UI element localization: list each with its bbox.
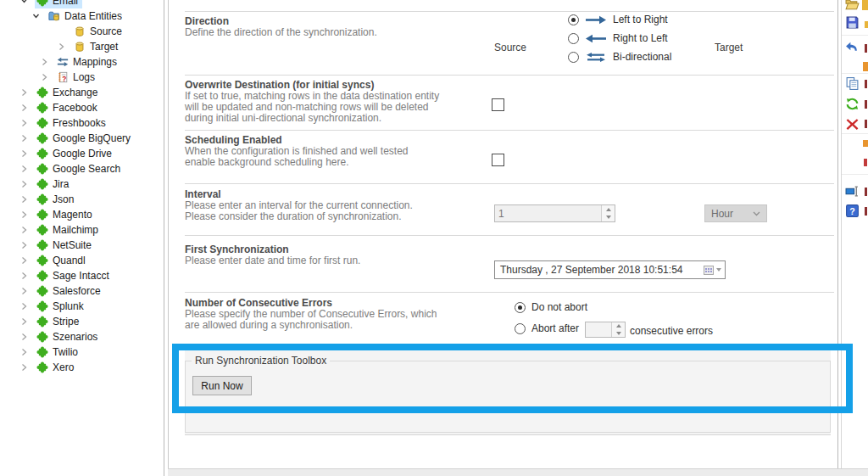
panel-splitter[interactable] xyxy=(168,0,169,476)
tree-item-google-drive[interactable]: Google Drive xyxy=(0,146,164,161)
calendar-dropdown-button[interactable] xyxy=(704,266,725,275)
chevron-collapsed-icon[interactable] xyxy=(20,241,28,249)
tree-item-mappings[interactable]: Mappings xyxy=(0,54,164,70)
chevron-collapsed-icon[interactable] xyxy=(58,42,65,51)
tree-item-label: Email xyxy=(53,0,78,7)
arrow-both-icon xyxy=(585,53,607,62)
spin-up-icon[interactable] xyxy=(616,324,621,328)
interval-spinner-buttons[interactable] xyxy=(601,205,615,221)
tree-item-label: Google BigQuery xyxy=(53,132,131,144)
chevron-collapsed-icon[interactable] xyxy=(20,180,28,188)
chevron-collapsed-icon[interactable] xyxy=(20,88,28,97)
tree-item-label: Jira xyxy=(53,178,69,190)
help-icon[interactable]: ? xyxy=(845,204,860,218)
chevron-collapsed-icon[interactable] xyxy=(20,256,28,265)
chevron-collapsed-icon[interactable] xyxy=(20,195,28,204)
rename-icon[interactable] xyxy=(845,184,860,199)
tree-item-quandl[interactable]: Quandl xyxy=(0,253,164,268)
tree-item-szenarios[interactable]: Szenarios xyxy=(0,329,164,344)
tree-item-google-search[interactable]: Google Search xyxy=(0,161,164,176)
chevron-collapsed-icon[interactable] xyxy=(20,165,28,173)
abort-count-spinner-buttons[interactable] xyxy=(611,322,625,337)
cut-off-label-fragment xyxy=(864,159,867,166)
chevron-collapsed-icon[interactable] xyxy=(20,333,28,341)
section-divider xyxy=(185,292,834,293)
abort-count-input[interactable] xyxy=(585,322,626,338)
interval-unit-dropdown[interactable]: Hour xyxy=(704,204,767,222)
chevron-collapsed-icon[interactable] xyxy=(20,210,28,219)
chevron-collapsed-icon[interactable] xyxy=(41,73,48,81)
tree-item-source[interactable]: Source xyxy=(0,24,164,39)
tree-item-exchange[interactable]: Exchange xyxy=(0,85,164,100)
refresh-icon[interactable] xyxy=(845,97,860,111)
horizontal-scrollbar[interactable] xyxy=(168,468,868,476)
errors-option-abort-after[interactable]: Abort after xyxy=(515,322,587,334)
chevron-collapsed-icon[interactable] xyxy=(20,119,28,127)
tree-item-stripe[interactable]: Stripe xyxy=(0,314,164,329)
radio-button[interactable] xyxy=(568,33,579,44)
chevron-down-icon xyxy=(753,211,760,216)
first-sync-description: Please enter date and time for first run… xyxy=(185,255,360,266)
chevron-collapsed-icon[interactable] xyxy=(20,104,28,112)
database-icon xyxy=(74,25,86,37)
chevron-collapsed-icon[interactable] xyxy=(20,226,28,234)
cut-off-icon-fragment xyxy=(865,21,868,28)
first-sync-datepicker[interactable]: Thursday , 27 September 2018 10:51:54 xyxy=(494,260,726,279)
chevron-collapsed-icon[interactable] xyxy=(20,317,28,326)
tree-item-netsuite[interactable]: NetSuite xyxy=(0,238,164,253)
errors-description: Please specify the number of Consecutive… xyxy=(185,309,437,331)
chevron-collapsed-icon[interactable] xyxy=(20,363,28,372)
direction-option-left-to-right[interactable]: Left to Right xyxy=(568,14,671,25)
spin-down-icon[interactable] xyxy=(616,332,621,335)
tree-item-email[interactable]: Email xyxy=(0,0,164,8)
copy-icon[interactable] xyxy=(845,76,860,91)
overwrite-description: If set to true, matching rows in the dat… xyxy=(185,91,439,124)
delete-icon[interactable] xyxy=(845,117,860,132)
tree-item-data-entities[interactable]: Data Entities xyxy=(0,8,164,24)
chevron-expanded-icon[interactable] xyxy=(32,12,40,20)
radio-button[interactable] xyxy=(515,302,526,313)
scheduling-checkbox[interactable] xyxy=(492,154,504,166)
direction-option-bi-directional[interactable]: Bi-directional xyxy=(568,51,671,63)
tree-item-target[interactable]: Target xyxy=(0,39,164,54)
tree-item-xero[interactable]: Xero xyxy=(0,360,164,375)
chevron-collapsed-icon[interactable] xyxy=(20,287,28,295)
direction-option-right-to-left[interactable]: Right to Left xyxy=(568,32,671,44)
chevron-collapsed-icon[interactable] xyxy=(20,302,28,311)
radio-button[interactable] xyxy=(568,52,579,63)
interval-input[interactable]: 1 xyxy=(494,204,615,222)
overwrite-title: Overwrite Destination (for initial syncs… xyxy=(185,79,374,91)
tree-item-freshbooks[interactable]: Freshbooks xyxy=(0,115,164,131)
tree-item-splunk[interactable]: Splunk xyxy=(0,299,164,314)
errors-option-do-not-abort[interactable]: Do not abort xyxy=(515,301,587,313)
chevron-collapsed-icon[interactable] xyxy=(20,348,28,356)
tree-item-json[interactable]: Json xyxy=(0,192,164,207)
undo-icon[interactable] xyxy=(845,40,860,54)
tree-item-label: Mailchimp xyxy=(53,224,98,236)
chevron-collapsed-icon[interactable] xyxy=(20,149,28,158)
tree-item-logs[interactable]: ?Logs xyxy=(0,70,164,85)
save-icon[interactable] xyxy=(845,15,860,30)
spin-down-icon[interactable] xyxy=(606,216,611,219)
chevron-collapsed-icon[interactable] xyxy=(41,58,48,66)
tree-item-mailchimp[interactable]: Mailchimp xyxy=(0,222,164,238)
open-folder-icon[interactable] xyxy=(845,0,860,12)
tree-item-salesforce[interactable]: Salesforce xyxy=(0,283,164,299)
tree-item-facebook[interactable]: Facebook xyxy=(0,100,164,115)
radio-button[interactable] xyxy=(568,14,579,25)
radio-button[interactable] xyxy=(515,323,526,334)
section-divider xyxy=(185,75,834,76)
chevron-collapsed-icon[interactable] xyxy=(20,272,28,280)
tree-item-jira[interactable]: Jira xyxy=(0,176,164,192)
spin-up-icon[interactable] xyxy=(606,208,611,211)
tree-item-magento[interactable]: Magento xyxy=(0,207,164,222)
chevron-collapsed-icon[interactable] xyxy=(20,134,28,143)
chevron-expanded-icon[interactable] xyxy=(20,0,28,5)
connector-icon xyxy=(36,224,48,236)
app-window: EmailData EntitiesSourceTargetMappings?L… xyxy=(0,0,868,476)
overwrite-checkbox[interactable] xyxy=(492,98,504,111)
tree-item-twilio[interactable]: Twilio xyxy=(0,344,164,360)
tree-item-google-bigquery[interactable]: Google BigQuery xyxy=(0,131,164,146)
tree-item-sage-intacct[interactable]: Sage Intacct xyxy=(0,268,164,283)
logs-icon: ? xyxy=(57,71,69,83)
